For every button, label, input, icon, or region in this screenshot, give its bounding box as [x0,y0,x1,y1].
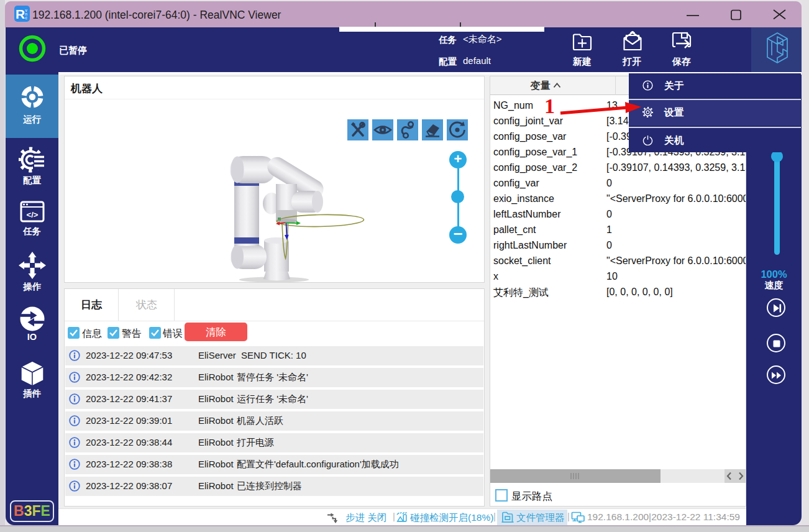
svg-text:R: R [16,7,25,21]
svg-text:</>: </> [27,210,39,219]
